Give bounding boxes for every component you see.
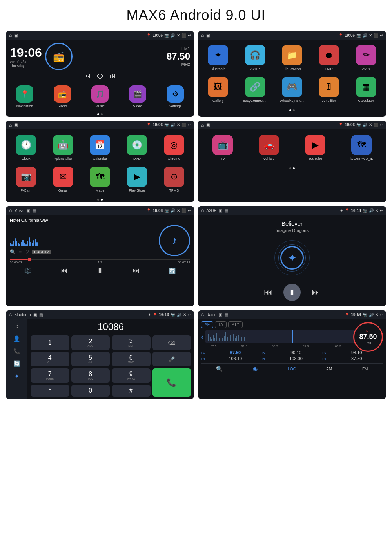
radio-am-btn[interactable]: AM bbox=[326, 367, 332, 371]
app-wheelkey[interactable]: 🎮 Wheelkey Stu... bbox=[274, 74, 310, 105]
app-navigation[interactable]: 📍 Navigation bbox=[6, 82, 44, 112]
preset-freq-p4[interactable]: 106.10 bbox=[209, 356, 262, 361]
app-filebrowser[interactable]: 📁 FileBrowser bbox=[274, 43, 310, 73]
key-del[interactable]: ⌫ bbox=[152, 335, 191, 350]
radio-loc-btn[interactable]: LOC bbox=[288, 367, 296, 371]
eq-btn[interactable]: ≡ bbox=[19, 249, 22, 255]
home-icon-3[interactable]: ⌂ bbox=[9, 122, 12, 128]
app-tv[interactable]: 📺 TV bbox=[200, 132, 245, 163]
back-icon-8[interactable]: ↩ bbox=[380, 313, 383, 317]
search-music-btn[interactable]: 🔍 bbox=[10, 249, 16, 255]
app-avin[interactable]: ✏ AVIN bbox=[348, 43, 384, 73]
key-2[interactable]: 2 ABC bbox=[71, 335, 110, 350]
a2dp-bt-container: ✦ bbox=[272, 238, 312, 277]
app-vehicle[interactable]: 🚗 Vehicle bbox=[247, 132, 291, 163]
app-calculator[interactable]: ▦ Calculator bbox=[348, 74, 384, 105]
preset-freq-p3[interactable]: 98.10 bbox=[330, 350, 383, 355]
key-mic[interactable]: 🎤 bbox=[152, 352, 191, 366]
app-dvr[interactable]: ⏺ DVR bbox=[311, 43, 347, 73]
key-6[interactable]: 6 MNO bbox=[112, 352, 151, 366]
tuner-left-btn[interactable]: ‹ bbox=[201, 333, 203, 341]
app-chrome[interactable]: ◎ Chrome bbox=[156, 132, 192, 163]
sidebar-bt-icon[interactable]: ✦ bbox=[15, 373, 19, 379]
app-tpms[interactable]: ⊙ TPMS bbox=[156, 164, 192, 194]
back-icon-7[interactable]: ↩ bbox=[188, 313, 191, 317]
sidebar-contact-icon[interactable]: 👤 bbox=[13, 335, 20, 342]
app-easyconnect[interactable]: 🔗 EasyConnecti... bbox=[237, 74, 272, 105]
app-youtube[interactable]: ▶ YouTube bbox=[293, 132, 338, 163]
a2dp-play-btn[interactable]: ⏸ bbox=[283, 284, 301, 301]
app-maps[interactable]: 🗺 Maps bbox=[82, 164, 118, 194]
app-radio[interactable]: 📻 Radio bbox=[44, 82, 81, 112]
pause-btn[interactable]: ⏸ bbox=[96, 266, 103, 275]
key-7[interactable]: 7 PQRS bbox=[31, 368, 69, 383]
app-fcam[interactable]: 📷 F-Cam bbox=[8, 164, 44, 194]
key-call[interactable]: 📞 bbox=[152, 368, 191, 397]
home-icon-8[interactable]: ⌂ bbox=[201, 312, 204, 317]
app-clock[interactable]: 🕐 Clock bbox=[8, 132, 44, 163]
back-icon-3[interactable]: ↩ bbox=[188, 123, 191, 127]
app-dvd[interactable]: 💿 DVD bbox=[119, 132, 154, 163]
radio-scan-btn[interactable]: ◉ bbox=[253, 366, 258, 372]
app-video[interactable]: 🎬 Video bbox=[119, 82, 156, 112]
volume-icon: 🔊 bbox=[171, 33, 175, 38]
key-hash[interactable]: # bbox=[112, 385, 151, 397]
prev-track-btn[interactable]: ⏮ bbox=[60, 266, 67, 275]
preset-freq-p6[interactable]: 87.50 bbox=[330, 356, 383, 361]
key-3[interactable]: 3 DEF bbox=[112, 335, 151, 350]
next-btn[interactable]: ⏭ bbox=[109, 72, 116, 80]
a2dp-next-btn[interactable]: ⏭ bbox=[312, 287, 320, 297]
app-igo[interactable]: 🗺 iGO687WD_IL bbox=[339, 132, 384, 163]
playstore-icon: ▶ bbox=[127, 167, 147, 187]
radio-search-btn[interactable]: 🔍 bbox=[216, 366, 223, 372]
preset-freq-p5[interactable]: 108.00 bbox=[270, 356, 323, 361]
app-gallery[interactable]: 🖼 Gallery bbox=[200, 74, 236, 105]
key-9[interactable]: 9 WXYZ bbox=[112, 368, 151, 383]
home-icon-6[interactable]: ⌂ bbox=[201, 208, 204, 213]
app-calendar[interactable]: 📅 Calendar bbox=[82, 132, 118, 163]
sidebar-call-icon[interactable]: 📞 bbox=[13, 348, 20, 354]
heart-btn[interactable]: ♡ bbox=[25, 249, 29, 255]
back-icon-2[interactable]: ↩ bbox=[380, 33, 383, 38]
app-a2dp[interactable]: 🎧 A2DP bbox=[237, 43, 272, 73]
power-btn[interactable]: ⏻ bbox=[97, 72, 103, 80]
sidebar-grid-icon[interactable]: ⠿ bbox=[15, 323, 19, 329]
home-icon-5[interactable]: ⌂ bbox=[9, 208, 12, 213]
home-icon[interactable]: ⌂ bbox=[9, 33, 12, 38]
tab-ta[interactable]: TA bbox=[215, 321, 227, 328]
screen-radio-app: ⌂ Radio ▣ ▤ 📍 19:54 📷 🔊 ✕ ↩ AF TA PTY bbox=[198, 310, 386, 399]
back-icon[interactable]: ↩ bbox=[188, 33, 191, 38]
key-5[interactable]: 5 JKL bbox=[71, 352, 110, 366]
app-amplifier[interactable]: 🎚 Amplifier bbox=[311, 74, 347, 105]
tab-pty[interactable]: PTY bbox=[228, 321, 243, 328]
key-0[interactable]: 0 bbox=[71, 385, 110, 397]
key-star[interactable]: * bbox=[31, 385, 69, 397]
next-track-btn[interactable]: ⏭ bbox=[132, 266, 140, 275]
progress-handle[interactable] bbox=[28, 258, 31, 261]
a2dp-title-bar: A2DP bbox=[206, 208, 216, 213]
sidebar-recent-icon[interactable]: 🔄 bbox=[13, 360, 20, 367]
preset-freq-p1[interactable]: 87.50 bbox=[209, 350, 262, 355]
back-icon-5[interactable]: ↩ bbox=[188, 208, 191, 213]
a2dp-prev-btn[interactable]: ⏮ bbox=[264, 287, 272, 297]
playlist-btn[interactable]: 🎼 bbox=[24, 268, 31, 274]
home-icon-2[interactable]: ⌂ bbox=[201, 33, 204, 38]
home-icon-4[interactable]: ⌂ bbox=[201, 122, 204, 128]
back-icon-6[interactable]: ↩ bbox=[380, 208, 383, 213]
key-4[interactable]: 4 GHI bbox=[31, 352, 69, 366]
radio-fm-btn[interactable]: FM bbox=[362, 367, 368, 371]
repeat-btn[interactable]: 🔄 bbox=[169, 268, 176, 274]
app-apkinstaller[interactable]: 🤖 ApkInstaller bbox=[45, 132, 80, 163]
app-playstore[interactable]: ▶ Play Store bbox=[119, 164, 154, 194]
prev-btn[interactable]: ⏮ bbox=[84, 72, 91, 80]
app-settings[interactable]: ⚙ Settings bbox=[156, 82, 194, 112]
key-8[interactable]: 8 TUV bbox=[71, 368, 110, 383]
preset-freq-p2[interactable]: 90.10 bbox=[270, 350, 323, 355]
key-1[interactable]: 1 bbox=[31, 335, 69, 350]
home-icon-7[interactable]: ⌂ bbox=[9, 312, 12, 317]
back-icon-4[interactable]: ↩ bbox=[380, 123, 383, 127]
app-music[interactable]: 🎵 Music bbox=[81, 82, 119, 112]
app-bluetooth[interactable]: ✦ Bluetooth bbox=[200, 43, 236, 73]
app-gmail[interactable]: ✉ Gmail bbox=[45, 164, 80, 194]
tab-af[interactable]: AF bbox=[201, 321, 213, 328]
